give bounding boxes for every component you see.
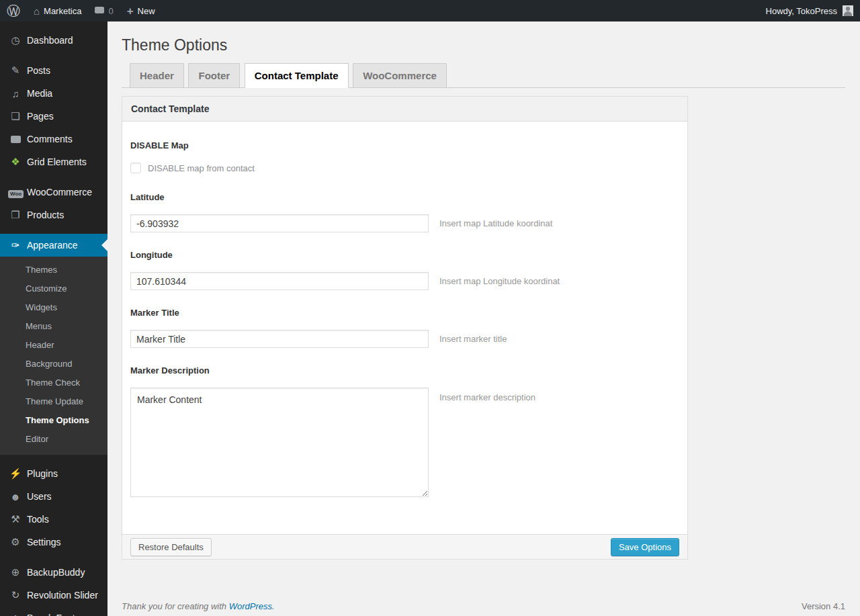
sidebar-item-punch-fonts[interactable]: A Punch Fonts bbox=[0, 607, 108, 616]
sidebar-item-users[interactable]: ☻ Users bbox=[0, 485, 108, 508]
tab-footer[interactable]: Footer bbox=[188, 63, 240, 88]
sidebar-item-plugins[interactable]: ⚡ Plugins bbox=[0, 462, 108, 485]
submenu-item-background[interactable]: Background bbox=[0, 355, 108, 373]
menu-separator bbox=[0, 173, 108, 181]
pages-icon: ❏ bbox=[8, 110, 23, 122]
wordpress-link[interactable]: WordPress bbox=[229, 601, 272, 611]
tab-woocommerce[interactable]: WooCommerce bbox=[353, 63, 447, 88]
sidebar-item-posts[interactable]: ✎ Posts bbox=[0, 59, 108, 82]
disable-map-label: DISABLE Map bbox=[130, 140, 679, 150]
new-label: New bbox=[138, 6, 155, 16]
sidebar-label: Users bbox=[27, 491, 52, 502]
site-name-label: Marketica bbox=[44, 6, 81, 16]
appearance-submenu: Themes Customize Widgets Menus Header Ba… bbox=[0, 257, 108, 455]
settings-icon: ⚙ bbox=[8, 536, 23, 548]
sidebar-item-products[interactable]: ❒ Products bbox=[0, 204, 108, 226]
disable-map-checkbox-row: DISABLE map from contact bbox=[130, 163, 679, 173]
marker-title-input[interactable] bbox=[130, 330, 429, 348]
sidebar-item-woocommerce[interactable]: Woo WooCommerce bbox=[0, 181, 108, 204]
menu-separator bbox=[0, 226, 108, 234]
submenu-item-customize[interactable]: Customize bbox=[0, 279, 108, 298]
marker-description-textarea[interactable]: Marker Content bbox=[130, 388, 429, 497]
sidebar-label: WooCommerce bbox=[27, 187, 92, 197]
sidebar-item-comments[interactable]: Comments bbox=[0, 128, 108, 150]
disable-map-checkbox[interactable] bbox=[130, 163, 141, 173]
submenu-item-menus[interactable]: Menus bbox=[0, 317, 108, 336]
sidebar-item-pages[interactable]: ❏ Pages bbox=[0, 105, 108, 128]
submenu-item-theme-options[interactable]: Theme Options bbox=[0, 411, 108, 430]
comments-bubble-icon bbox=[95, 7, 104, 13]
latitude-label: Latitude bbox=[130, 192, 679, 202]
longitude-label: Longitude bbox=[130, 250, 679, 260]
sidebar-item-grid-elements[interactable]: ❖ Grid Elements bbox=[0, 150, 108, 173]
longitude-row: Insert map Longitude koordinat bbox=[130, 272, 679, 290]
submenu-item-editor[interactable]: Editor bbox=[0, 430, 108, 449]
submenu-item-theme-check[interactable]: Theme Check bbox=[0, 373, 108, 392]
disable-map-checkbox-label[interactable]: DISABLE map from contact bbox=[148, 163, 255, 173]
sidebar-item-appearance[interactable]: ✑ Appearance bbox=[0, 234, 108, 257]
marker-description-hint: Insert marker description bbox=[439, 388, 535, 402]
disable-map-field: DISABLE Map DISABLE map from contact bbox=[130, 140, 679, 173]
sidebar-label: Punch Fonts bbox=[27, 613, 80, 616]
sidebar-item-media[interactable]: ♫ Media bbox=[0, 82, 108, 105]
menu-separator bbox=[0, 52, 108, 59]
admin-bar-account[interactable]: Howdy, TokoPress bbox=[759, 0, 860, 21]
footer-thanks-text: Thank you for creating with bbox=[122, 601, 229, 611]
footer-thanks-suffix: . bbox=[272, 601, 275, 611]
admin-bar-right: Howdy, TokoPress bbox=[759, 0, 860, 21]
panel-body: DISABLE Map DISABLE map from contact Lat… bbox=[122, 122, 687, 534]
marker-title-field: Marker Title Insert marker title bbox=[130, 308, 679, 348]
woocommerce-icon: Woo bbox=[8, 186, 23, 198]
marker-title-hint: Insert marker title bbox=[439, 330, 507, 344]
woo-badge: Woo bbox=[8, 190, 24, 198]
avatar bbox=[843, 5, 853, 16]
admin-bar-left: Ⓦ ⌂ Marketica 0 + New bbox=[0, 0, 162, 21]
latitude-input[interactable] bbox=[130, 214, 429, 232]
sidebar-item-revolution-slider[interactable]: ↻ Revolution Slider bbox=[0, 584, 108, 607]
page-footer: Thank you for creating with WordPress. V… bbox=[122, 601, 845, 611]
submenu-item-header[interactable]: Header bbox=[0, 336, 108, 355]
panel-title: Contact Template bbox=[122, 97, 687, 122]
admin-bar-new[interactable]: + New bbox=[120, 0, 162, 21]
restore-defaults-button[interactable]: Restore Defaults bbox=[130, 538, 212, 556]
submenu-item-theme-update[interactable]: Theme Update bbox=[0, 392, 108, 411]
sidebar-label: Posts bbox=[27, 65, 50, 76]
tab-contact-template[interactable]: Contact Template bbox=[245, 63, 349, 88]
sidebar-label: Revolution Slider bbox=[27, 590, 98, 601]
main-content: Theme Options Header Footer Contact Temp… bbox=[108, 21, 860, 616]
sidebar-label: Appearance bbox=[27, 240, 78, 251]
longitude-input[interactable] bbox=[130, 272, 429, 290]
marker-title-label: Marker Title bbox=[130, 308, 679, 318]
sidebar-label: Tools bbox=[27, 514, 49, 525]
sidebar-item-backupbuddy[interactable]: ⊕ BackupBuddy bbox=[0, 561, 108, 584]
cart-icon: ❒ bbox=[8, 209, 23, 221]
marker-description-field: Marker Description Marker Content Insert… bbox=[130, 365, 679, 497]
submenu-item-widgets[interactable]: Widgets bbox=[0, 298, 108, 317]
admin-bar: Ⓦ ⌂ Marketica 0 + New Howdy, TokoPress bbox=[0, 0, 860, 21]
sidebar-item-dashboard[interactable]: ◷ Dashboard bbox=[0, 29, 108, 52]
latitude-field: Latitude Insert map Latitude koordinat bbox=[130, 192, 679, 232]
user-icon: ☻ bbox=[8, 491, 23, 502]
wordpress-logo-icon: Ⓦ bbox=[7, 4, 20, 17]
footer-version: Version 4.1 bbox=[802, 601, 845, 611]
longitude-hint: Insert map Longitude koordinat bbox=[439, 272, 560, 286]
tabs: Header Footer Contact Template WooCommer… bbox=[122, 63, 845, 88]
submenu-item-themes[interactable]: Themes bbox=[0, 261, 108, 279]
save-options-button[interactable]: Save Options bbox=[611, 538, 679, 556]
marker-title-row: Insert marker title bbox=[130, 330, 679, 348]
sidebar-label: Dashboard bbox=[27, 35, 73, 46]
wp-logo-button[interactable]: Ⓦ bbox=[0, 0, 27, 21]
sidebar-item-tools[interactable]: ⚒ Tools bbox=[0, 508, 108, 531]
current-menu-arrow bbox=[101, 239, 108, 251]
latitude-hint: Insert map Latitude koordinat bbox=[439, 214, 552, 228]
dashboard-icon: ◷ bbox=[8, 34, 23, 46]
plug-icon: ⚡ bbox=[8, 468, 23, 480]
tab-header[interactable]: Header bbox=[130, 63, 184, 88]
sidebar-label: Media bbox=[27, 88, 52, 99]
admin-bar-comments[interactable]: 0 bbox=[88, 0, 120, 21]
admin-bar-site-name[interactable]: ⌂ Marketica bbox=[27, 0, 88, 21]
grid-elements-icon: ❖ bbox=[8, 156, 23, 168]
sidebar-item-settings[interactable]: ⚙ Settings bbox=[0, 531, 108, 554]
menu-separator bbox=[0, 554, 108, 561]
pin-icon: ✎ bbox=[8, 64, 23, 77]
